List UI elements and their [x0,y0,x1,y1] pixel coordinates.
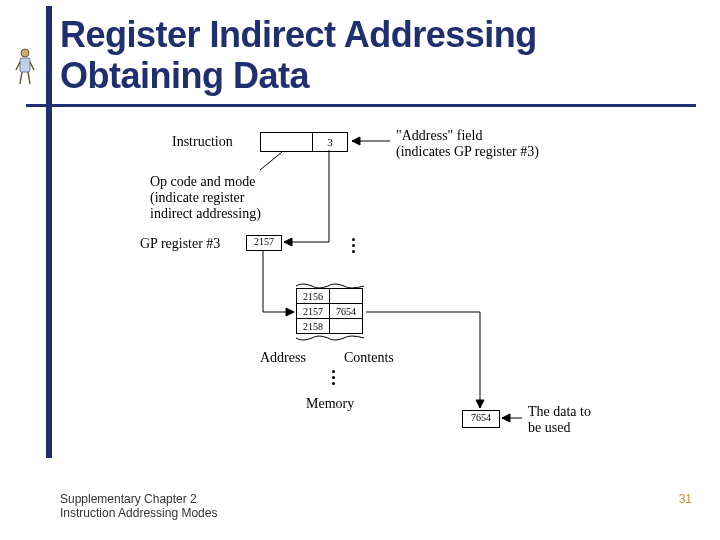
svg-line-5 [30,62,34,70]
slide: Register Indirect Addressing Obtaining D… [0,0,720,540]
footer-line-2: Instruction Addressing Modes [60,506,217,520]
svg-rect-1 [20,58,30,72]
svg-marker-13 [502,414,510,422]
person-icon [14,46,36,86]
svg-line-2 [20,72,22,84]
svg-point-0 [21,49,29,57]
svg-line-4 [16,62,20,70]
diagram: Instruction 3 "Address" field (indicates… [130,128,650,458]
svg-marker-7 [352,137,360,145]
svg-line-3 [28,72,30,84]
footer-line-1: Supplementary Chapter 2 [60,492,197,506]
diagram-lines [130,128,650,458]
slide-title: Register Indirect Addressing Obtaining D… [60,14,537,97]
svg-marker-9 [284,238,292,246]
title-line-1: Register Indirect Addressing [60,14,537,55]
left-bar [46,6,52,458]
title-line-2: Obtaining Data [60,55,309,96]
title-underline [26,104,696,107]
svg-marker-10 [286,308,294,316]
svg-marker-11 [476,400,484,408]
footer: Supplementary Chapter 2 Instruction Addr… [60,492,217,521]
svg-line-8 [260,152,282,170]
page-number: 31 [679,492,692,506]
